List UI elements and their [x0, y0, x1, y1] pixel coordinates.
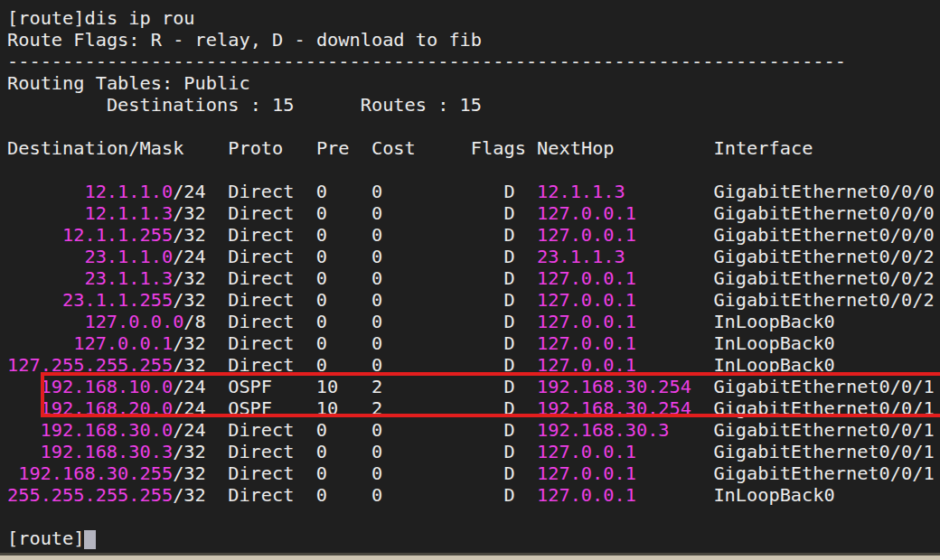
separator-line: ----------------------------------------…: [7, 51, 940, 72]
destination-masklen: /32: [173, 484, 206, 506]
route-interface: GigabitEthernet0/0/2: [713, 267, 934, 289]
route-proto: Direct: [228, 484, 316, 506]
route-proto: Direct: [228, 224, 316, 246]
route-flag: D: [503, 246, 514, 267]
destination-ip: 255.255.255.255: [7, 484, 173, 506]
route-flag: D: [503, 289, 514, 311]
route-cost: 2: [371, 397, 504, 419]
route-row: 192.168.30.255/32Direct00D127.0.0.1Gigab…: [7, 462, 940, 484]
route-nexthop: 127.0.0.1: [537, 311, 713, 332]
destination-mask-cell: 192.168.30.3/32: [7, 441, 206, 462]
route-preference: 10: [316, 397, 371, 419]
route-preference: 0: [316, 267, 371, 289]
route-proto: Direct: [228, 202, 316, 224]
route-preference: 0: [316, 419, 371, 441]
destination-ip: 23.1.1.3: [84, 267, 173, 289]
route-cost: 0: [371, 289, 504, 311]
route-interface: GigabitEthernet0/0/0: [713, 202, 934, 224]
destination-mask-cell: 127.0.0.0/8: [7, 311, 206, 332]
prompt-line: [route]: [7, 527, 940, 549]
route-interface: InLoopBack0: [713, 354, 834, 376]
route-proto: Direct: [228, 462, 316, 484]
route-cost: 2: [371, 376, 504, 397]
route-cost: 0: [371, 354, 504, 376]
destinations-routes-counts: Destinations : 15 Routes : 15: [7, 94, 940, 116]
route-cost: 0: [371, 224, 504, 246]
route-nexthop: 192.168.30.3: [537, 419, 713, 441]
destination-mask-cell: 12.1.1.0/24: [7, 181, 206, 202]
route-nexthop: 127.0.0.1: [537, 441, 713, 462]
route-row: 23.1.1.255/32Direct00D127.0.0.1GigabitEt…: [7, 289, 940, 311]
route-nexthop: 127.0.0.1: [537, 267, 713, 289]
routing-tables-title: Routing Tables: Public: [7, 72, 940, 94]
destination-masklen: /32: [173, 332, 206, 354]
route-preference: 0: [316, 202, 371, 224]
route-flag: D: [503, 484, 514, 506]
destination-masklen: /24: [173, 397, 206, 419]
route-flag: D: [503, 267, 514, 289]
destination-masklen: /8: [183, 311, 205, 332]
blank-line: [7, 159, 940, 181]
terminal-screen[interactable]: [route]dis ip rou Route Flags: R - relay…: [0, 0, 940, 560]
command-line: [route]dis ip rou: [7, 7, 940, 29]
route-row: 192.168.10.0/24OSPF102D192.168.30.254Gig…: [7, 376, 940, 397]
route-row: 127.0.0.1/32Direct00D127.0.0.1InLoopBack…: [7, 332, 940, 354]
destination-masklen: /24: [173, 376, 206, 397]
route-interface: GigabitEthernet0/0/2: [713, 246, 934, 267]
destination-ip: 192.168.30.255: [18, 462, 173, 484]
route-nexthop: 127.0.0.1: [537, 354, 713, 376]
route-interface: InLoopBack0: [713, 484, 834, 506]
route-preference: 0: [316, 332, 371, 354]
route-interface: GigabitEthernet0/0/1: [713, 441, 934, 462]
route-cost: 0: [371, 484, 504, 506]
route-proto: Direct: [228, 419, 316, 441]
route-cost: 0: [371, 246, 504, 267]
route-flag: D: [503, 462, 514, 484]
route-proto: Direct: [228, 289, 316, 311]
route-proto: OSPF: [228, 397, 316, 419]
route-flag: D: [503, 354, 514, 376]
route-flag: D: [503, 311, 514, 332]
route-preference: 0: [316, 224, 371, 246]
route-row: 23.1.1.3/32Direct00D127.0.0.1GigabitEthe…: [7, 267, 940, 289]
destination-masklen: /32: [173, 462, 206, 484]
route-flag: D: [503, 202, 514, 224]
terminal-output: [route]dis ip rou Route Flags: R - relay…: [7, 7, 940, 549]
destination-mask-cell: 127.255.255.255/32: [7, 354, 206, 376]
destination-mask-cell: 127.0.0.1/32: [7, 332, 206, 354]
route-preference: 0: [316, 441, 371, 462]
route-proto: Direct: [228, 332, 316, 354]
destination-masklen: /32: [173, 267, 206, 289]
route-proto: Direct: [228, 354, 316, 376]
destination-masklen: /32: [173, 202, 206, 224]
route-flag: D: [503, 332, 514, 354]
destination-ip: 23.1.1.255: [62, 289, 173, 311]
route-cost: 0: [371, 267, 504, 289]
route-row: 127.255.255.255/32Direct00D127.0.0.1InLo…: [7, 354, 940, 376]
route-interface: InLoopBack0: [713, 311, 834, 332]
destination-mask-cell: 192.168.20.0/24: [7, 397, 206, 419]
destination-masklen: /32: [173, 289, 206, 311]
route-row: 23.1.1.0/24Direct00D23.1.1.3GigabitEther…: [7, 246, 940, 267]
route-flag: D: [503, 419, 514, 441]
route-nexthop: 127.0.0.1: [537, 202, 713, 224]
route-flag: D: [503, 224, 514, 246]
prompt-text: [route]: [7, 527, 84, 549]
route-interface: GigabitEthernet0/0/1: [713, 462, 934, 484]
blank-line: [7, 506, 940, 527]
destination-ip: 127.0.0.1: [73, 332, 173, 354]
destination-ip: 192.168.30.0: [41, 419, 174, 441]
destination-ip: 12.1.1.255: [62, 224, 173, 246]
destination-ip: 192.168.10.0: [41, 376, 174, 397]
destination-ip: 127.0.0.0: [84, 311, 183, 332]
route-proto: Direct: [228, 246, 316, 267]
route-cost: 0: [371, 419, 504, 441]
route-nexthop: 127.0.0.1: [537, 484, 713, 506]
route-row: 192.168.20.0/24OSPF102D192.168.30.254Gig…: [7, 397, 940, 419]
terminal-cursor: [84, 530, 95, 549]
route-nexthop: 192.168.30.254: [537, 397, 713, 419]
route-row: 192.168.30.0/24Direct00D192.168.30.3Giga…: [7, 419, 940, 441]
route-interface: GigabitEthernet0/0/0: [713, 224, 934, 246]
route-row: 12.1.1.3/32Direct00D127.0.0.1GigabitEthe…: [7, 202, 940, 224]
destination-ip: 192.168.20.0: [41, 397, 174, 419]
